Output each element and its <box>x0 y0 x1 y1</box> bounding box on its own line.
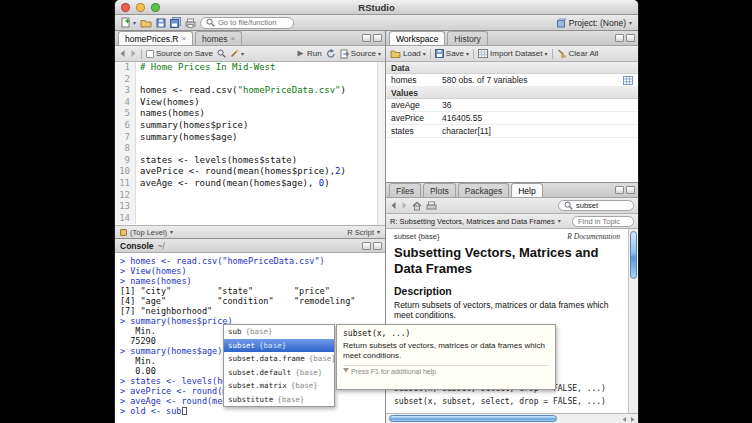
minimize-pane-button[interactable] <box>615 34 624 42</box>
code-line[interactable]: 9states <- levels(homes$state) <box>115 155 385 167</box>
main-toolbar: ▾ Project: (None) ▾ <box>115 15 638 31</box>
horizontal-scroll-thumb[interactable] <box>389 415 557 422</box>
help-topic-bar: R: Subsetting Vectors, Matrices and Data… <box>386 214 638 229</box>
maximize-pane-button[interactable] <box>626 186 635 194</box>
object-value: 36 <box>442 100 451 110</box>
maximize-pane-button[interactable] <box>373 34 382 42</box>
help-vertical-scrollbar[interactable] <box>628 229 638 413</box>
open-folder-icon <box>390 49 401 58</box>
find-replace-button[interactable] <box>217 49 226 58</box>
checkbox-icon[interactable] <box>146 50 154 58</box>
line-number: 6 <box>115 120 136 132</box>
scope-indicator[interactable]: (Top Level) <box>130 228 167 237</box>
workspace-object-row[interactable]: statescharacter[11] <box>386 125 638 138</box>
source-tab[interactable]: homePrices.R× <box>118 31 193 45</box>
load-workspace-button[interactable]: Load ▾ <box>390 49 426 58</box>
source-button[interactable]: Source ▾ <box>340 49 381 59</box>
code-line[interactable]: 8 <box>115 143 385 155</box>
goto-file-input[interactable] <box>218 18 288 27</box>
nav-forward-button[interactable] <box>130 49 137 58</box>
code-line[interactable]: 4View(homes) <box>115 97 385 109</box>
scroll-right-arrow-icon[interactable] <box>630 416 636 423</box>
code-line[interactable]: 5names(homes) <box>115 108 385 120</box>
source-tab[interactable]: homes× <box>195 31 242 45</box>
import-dataset-button[interactable]: Import Dataset ▾ <box>478 49 547 58</box>
minimize-pane-button[interactable] <box>362 34 371 42</box>
jump-menu-icon[interactable] <box>120 229 127 236</box>
project-menu[interactable]: Project: (None) ▾ <box>556 18 632 28</box>
code-line[interactable]: 14 <box>115 213 385 225</box>
code-text <box>136 201 140 213</box>
completion-item[interactable]: substitute{base} <box>224 393 334 407</box>
tab-help[interactable]: Help <box>511 183 542 197</box>
code-line[interactable]: 1# Home Prices In Mid-West <box>115 62 385 74</box>
completion-item[interactable]: subset.data.frame{base} <box>224 352 334 366</box>
nav-back-button[interactable] <box>119 49 126 58</box>
help-toolbar <box>386 198 638 214</box>
pane-buttons <box>615 34 635 42</box>
open-file-button[interactable] <box>140 18 152 28</box>
save-all-button[interactable] <box>170 17 181 28</box>
save-button[interactable] <box>156 18 166 28</box>
help-search-box[interactable] <box>558 200 634 211</box>
zoom-window-button[interactable] <box>151 3 160 12</box>
help-topic-selector[interactable]: R: Subsetting Vectors, Matrices and Data… <box>390 217 555 226</box>
help-print-button[interactable] <box>426 201 437 211</box>
file-type-indicator[interactable]: R Script <box>347 228 374 237</box>
code-line[interactable]: 6summary(homes$price) <box>115 120 385 132</box>
minimize-window-button[interactable] <box>136 3 145 12</box>
completion-item[interactable]: subset{base} <box>224 339 334 353</box>
tab-history[interactable]: History <box>447 31 487 45</box>
window-titlebar[interactable]: RStudio <box>115 0 638 15</box>
tab-workspace[interactable]: Workspace <box>389 31 445 45</box>
maximize-pane-button[interactable] <box>626 34 635 42</box>
completion-item[interactable]: subset.matrix{base} <box>224 379 334 393</box>
help-forward-button[interactable] <box>401 201 408 210</box>
code-tools-button[interactable]: ▾ <box>230 49 244 58</box>
source-on-save-checkbox[interactable]: Source on Save <box>146 49 213 58</box>
caret-icon: ▾ <box>170 229 173 235</box>
help-back-button[interactable] <box>390 201 397 210</box>
clear-all-button[interactable]: Clear All <box>557 49 599 58</box>
help-horizontal-scrollbar[interactable] <box>386 413 638 423</box>
tab-packages[interactable]: Packages <box>458 183 509 197</box>
editor-scrollbar[interactable] <box>377 62 385 225</box>
minimize-pane-button[interactable] <box>615 186 624 194</box>
print-button[interactable] <box>185 18 196 28</box>
workspace-object-row[interactable]: avePrice416405.55 <box>386 112 638 125</box>
editor-lines[interactable]: 1# Home Prices In Mid-West23homes <- rea… <box>115 62 385 225</box>
maximize-pane-button[interactable] <box>373 242 382 250</box>
tab-plots[interactable]: Plots <box>423 183 456 197</box>
workspace-object-row[interactable]: aveAge36 <box>386 99 638 112</box>
project-cube-icon <box>556 18 566 28</box>
view-data-grid-icon[interactable] <box>623 76 633 85</box>
minimize-pane-button[interactable] <box>362 242 371 250</box>
code-line[interactable]: 13 <box>115 201 385 213</box>
code-line[interactable]: 10avePrice <- round(mean(homes$price),2) <box>115 166 385 178</box>
tab-files[interactable]: Files <box>389 183 421 197</box>
goto-file-search[interactable] <box>200 17 294 29</box>
scrollbar-arrows[interactable] <box>621 415 636 423</box>
new-file-button[interactable]: ▾ <box>121 17 136 28</box>
completion-item[interactable]: sub{base} <box>224 325 334 339</box>
print-icon <box>426 201 437 211</box>
rerun-button[interactable] <box>326 49 336 58</box>
run-button[interactable]: Run <box>296 49 322 58</box>
code-line[interactable]: 3homes <- read.csv("homePriceData.csv") <box>115 85 385 97</box>
code-line[interactable]: 2 <box>115 74 385 86</box>
help-search-input[interactable] <box>576 201 628 210</box>
completion-item[interactable]: subset.default{base} <box>224 366 334 380</box>
save-workspace-button[interactable]: Save ▾ <box>435 49 469 58</box>
scroll-left-arrow-icon[interactable] <box>621 416 627 423</box>
workspace-object-row[interactable]: homes580 obs. of 7 variables <box>386 74 638 87</box>
find-in-topic-box[interactable] <box>572 216 634 227</box>
help-home-button[interactable] <box>412 201 422 211</box>
find-in-topic-input[interactable] <box>578 217 628 226</box>
close-tab-icon[interactable]: × <box>231 35 236 43</box>
close-window-button[interactable] <box>121 3 130 12</box>
vertical-scroll-thumb[interactable] <box>630 231 637 279</box>
code-line[interactable]: 12 <box>115 190 385 202</box>
close-tab-icon[interactable]: × <box>181 35 186 43</box>
code-line[interactable]: 11aveAge <- round(mean(homes$age), 0) <box>115 178 385 190</box>
code-line[interactable]: 7summary(homes$age) <box>115 132 385 144</box>
